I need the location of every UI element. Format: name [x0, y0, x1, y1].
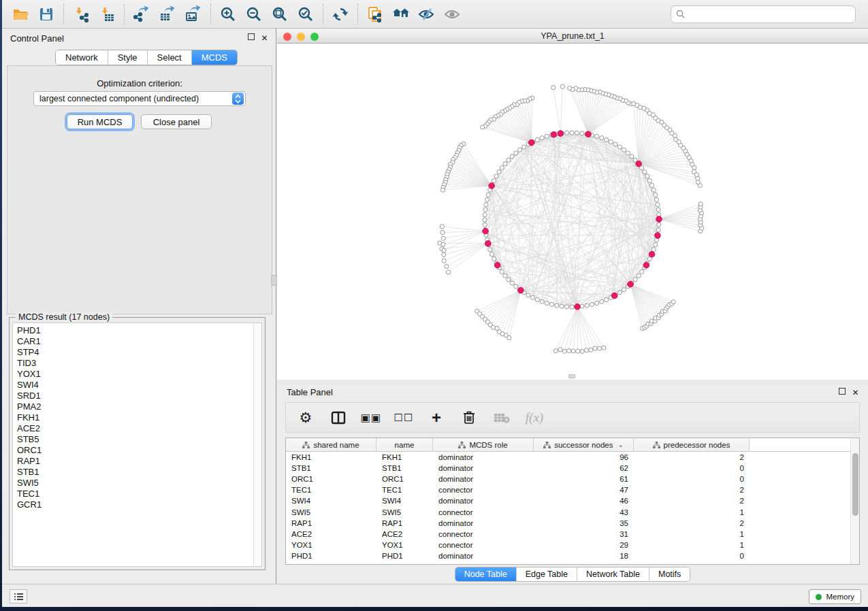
- gear-icon[interactable]: ⚙: [297, 409, 315, 427]
- cell-successor-nodes: 46: [534, 497, 634, 505]
- table-row[interactable]: ORC1ORC1dominator610: [286, 474, 850, 484]
- export-image-icon[interactable]: [180, 3, 206, 26]
- tree-icon: [302, 442, 310, 448]
- result-node-item[interactable]: SWI5: [17, 478, 253, 489]
- zoom-selected-icon[interactable]: [293, 3, 319, 26]
- cell-successor-nodes: 29: [534, 541, 634, 549]
- float-table-panel-icon[interactable]: [839, 388, 846, 395]
- search-box[interactable]: [671, 5, 856, 23]
- table-row[interactable]: TEC1TEC1connector472: [286, 484, 850, 495]
- result-node-item[interactable]: STB1: [17, 467, 253, 478]
- tab-mcds[interactable]: MCDS: [192, 50, 237, 65]
- result-node-item[interactable]: SRD1: [17, 391, 253, 401]
- close-table-panel-icon[interactable]: ✕: [851, 388, 860, 397]
- home-pair-icon[interactable]: [388, 3, 414, 26]
- column-header-MCDS-role[interactable]: MCDS role: [433, 438, 534, 451]
- result-node-item[interactable]: ACE2: [17, 423, 253, 434]
- float-panel-icon[interactable]: [248, 33, 255, 40]
- mcds-result-list[interactable]: PHD1CAR1STP4TID3YOX1SWI4SRD1PMA2FKH1ACE2…: [12, 323, 262, 567]
- tab-style[interactable]: Style: [108, 50, 148, 65]
- open-folder-icon[interactable]: [7, 3, 33, 26]
- tab-edge-table[interactable]: Edge Table: [517, 567, 577, 581]
- column-header-successor-nodes[interactable]: successor nodes⌄: [534, 438, 634, 451]
- table-scrollbar-thumb[interactable]: [852, 453, 858, 516]
- main-toolbar: [2, 0, 868, 29]
- cell-MCDS-role: connector: [433, 486, 534, 494]
- run-mcds-button[interactable]: Run MCDS: [67, 114, 133, 129]
- result-node-item[interactable]: PHD1: [17, 325, 253, 336]
- search-input[interactable]: [688, 10, 850, 19]
- network-canvas[interactable]: [277, 44, 868, 380]
- result-node-item[interactable]: FKH1: [17, 412, 253, 423]
- column-header-name[interactable]: name: [376, 438, 433, 451]
- zoom-in-icon[interactable]: [215, 3, 241, 26]
- result-node-item[interactable]: STB5: [17, 434, 253, 445]
- result-node-item[interactable]: TEC1: [17, 489, 253, 499]
- add-icon[interactable]: +: [428, 409, 445, 427]
- panel-splitter-handle[interactable]: [271, 275, 277, 286]
- deselect-all-icon[interactable]: ☐☐: [395, 409, 413, 427]
- table-scrollbar[interactable]: [850, 438, 859, 564]
- cell-shared-name: ACE2: [286, 530, 376, 538]
- result-node-item[interactable]: SWI4: [17, 380, 253, 391]
- table-row[interactable]: STB1STB1dominator620: [286, 463, 850, 474]
- tab-network-table[interactable]: Network Table: [577, 567, 649, 581]
- cell-shared-name: ORC1: [286, 475, 376, 483]
- result-node-item[interactable]: RAP1: [17, 456, 253, 467]
- result-node-item[interactable]: TID3: [17, 358, 253, 369]
- close-panel-icon[interactable]: ✕: [260, 33, 269, 42]
- cell-predecessor-nodes: 2: [634, 519, 750, 527]
- import-network-icon[interactable]: [68, 3, 94, 26]
- tree-icon: [458, 442, 466, 448]
- copy-network-icon[interactable]: [362, 3, 388, 26]
- close-panel-button[interactable]: Close panel: [141, 114, 212, 129]
- result-node-item[interactable]: CAR1: [17, 336, 253, 347]
- tab-motifs[interactable]: Motifs: [649, 567, 690, 581]
- column-header-shared-name[interactable]: shared name: [286, 438, 376, 451]
- control-panel-tabs: NetworkStyleSelectMCDS: [55, 50, 238, 65]
- task-history-button[interactable]: [10, 589, 27, 604]
- result-node-item[interactable]: YOX1: [17, 369, 253, 380]
- table-row[interactable]: PHD1PHD1dominator180: [286, 550, 850, 561]
- column-header-predecessor-nodes[interactable]: predecessor nodes: [634, 438, 750, 451]
- cell-MCDS-role: connector: [433, 508, 534, 516]
- cell-MCDS-role: connector: [433, 541, 534, 549]
- zoom-fit-icon[interactable]: [267, 3, 293, 26]
- tab-network[interactable]: Network: [56, 50, 108, 65]
- memory-button[interactable]: Memory: [809, 589, 861, 604]
- show-eye-icon[interactable]: [440, 3, 466, 26]
- cell-successor-nodes: 96: [534, 453, 634, 461]
- trash-icon[interactable]: [460, 409, 478, 427]
- result-node-item[interactable]: STP4: [17, 347, 253, 358]
- tab-select[interactable]: Select: [148, 50, 192, 65]
- optimization-criterion-select[interactable]: largest connected component (undirected): [33, 91, 246, 106]
- table-row[interactable]: SWI4SWI4dominator462: [286, 495, 850, 506]
- table-row[interactable]: SWI5SWI5connector431: [286, 506, 850, 517]
- tab-node-table[interactable]: Node Table: [455, 567, 517, 581]
- refresh-icon[interactable]: [327, 3, 353, 26]
- result-node-item[interactable]: ORC1: [17, 445, 253, 456]
- import-table-icon[interactable]: [94, 3, 120, 26]
- cell-predecessor-nodes: 2: [634, 497, 750, 505]
- table-row[interactable]: ACE2ACE2connector311: [286, 529, 850, 540]
- export-network-icon[interactable]: [129, 3, 155, 26]
- table-row[interactable]: RAP1RAP1dominator352: [286, 518, 850, 529]
- table-row[interactable]: FKH1FKH1dominator962: [286, 452, 850, 463]
- result-node-item[interactable]: GCR1: [17, 499, 253, 510]
- hide-eye-icon[interactable]: [414, 3, 440, 26]
- save-icon[interactable]: [33, 3, 59, 26]
- mcds-result-title: MCDS result (17 nodes): [16, 312, 112, 322]
- result-node-item[interactable]: PMA2: [17, 401, 253, 412]
- result-list-scrollbar[interactable]: [253, 323, 261, 566]
- zoom-out-icon[interactable]: [241, 3, 267, 26]
- table-row[interactable]: YOX1YOX1connector291: [286, 540, 850, 550]
- canvas-splitter-handle[interactable]: [568, 374, 575, 378]
- cell-shared-name: YOX1: [286, 541, 376, 549]
- columns-icon[interactable]: [329, 409, 347, 427]
- cell-name: TEC1: [376, 486, 433, 494]
- table-toolbar: ⚙▣▣☐☐+f(x): [285, 402, 860, 433]
- cell-shared-name: RAP1: [286, 519, 376, 527]
- select-all-icon[interactable]: ▣▣: [362, 409, 380, 427]
- export-table-icon[interactable]: [155, 3, 180, 26]
- mcds-result-group: MCDS result (17 nodes) PHD1CAR1STP4TID3Y…: [9, 317, 266, 570]
